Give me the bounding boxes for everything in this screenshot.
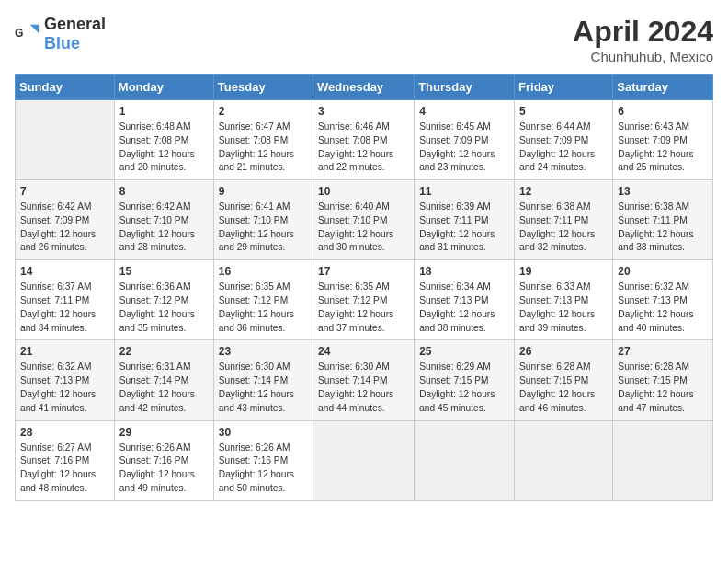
day-info: Sunrise: 6:44 AMSunset: 7:09 PMDaylight:… xyxy=(519,121,608,175)
day-number: 27 xyxy=(618,345,708,358)
day-info: Sunrise: 6:47 AMSunset: 7:08 PMDaylight:… xyxy=(219,121,308,175)
day-number: 13 xyxy=(618,185,708,198)
day-cell: 12Sunrise: 6:38 AMSunset: 7:11 PMDayligh… xyxy=(515,180,613,260)
day-cell: 9Sunrise: 6:41 AMSunset: 7:10 PMDaylight… xyxy=(213,180,313,260)
location-subtitle: Chunhuhub, Mexico xyxy=(573,49,713,64)
day-info: Sunrise: 6:36 AMSunset: 7:12 PMDaylight:… xyxy=(119,281,209,335)
day-cell: 2Sunrise: 6:47 AMSunset: 7:08 PMDaylight… xyxy=(213,100,313,180)
week-row-3: 14Sunrise: 6:37 AMSunset: 7:11 PMDayligh… xyxy=(16,260,713,340)
day-cell: 11Sunrise: 6:39 AMSunset: 7:11 PMDayligh… xyxy=(415,180,515,260)
day-cell: 26Sunrise: 6:28 AMSunset: 7:15 PMDayligh… xyxy=(515,340,613,420)
day-cell: 20Sunrise: 6:32 AMSunset: 7:13 PMDayligh… xyxy=(613,260,713,340)
header-cell-saturday: Saturday xyxy=(613,75,713,100)
day-info: Sunrise: 6:43 AMSunset: 7:09 PMDaylight:… xyxy=(618,121,708,175)
day-number: 30 xyxy=(219,426,308,439)
day-number: 21 xyxy=(20,345,109,358)
day-cell: 14Sunrise: 6:37 AMSunset: 7:11 PMDayligh… xyxy=(16,260,115,340)
day-cell: 1Sunrise: 6:48 AMSunset: 7:08 PMDaylight… xyxy=(114,100,213,180)
day-cell: 8Sunrise: 6:42 AMSunset: 7:10 PMDaylight… xyxy=(114,180,213,260)
logo-blue: Blue xyxy=(44,34,80,52)
logo-general: General xyxy=(44,15,106,33)
header-cell-thursday: Thursday xyxy=(415,75,515,100)
day-info: Sunrise: 6:41 AMSunset: 7:10 PMDaylight:… xyxy=(219,201,308,255)
day-number: 26 xyxy=(519,345,608,358)
day-number: 9 xyxy=(219,185,308,198)
day-cell xyxy=(415,420,515,500)
header-row: SundayMondayTuesdayWednesdayThursdayFrid… xyxy=(16,75,713,100)
day-cell: 19Sunrise: 6:33 AMSunset: 7:13 PMDayligh… xyxy=(515,260,613,340)
day-number: 8 xyxy=(119,185,209,198)
day-info: Sunrise: 6:39 AMSunset: 7:11 PMDaylight:… xyxy=(419,201,509,255)
day-cell: 13Sunrise: 6:38 AMSunset: 7:11 PMDayligh… xyxy=(613,180,713,260)
day-info: Sunrise: 6:28 AMSunset: 7:15 PMDaylight:… xyxy=(618,361,708,415)
day-info: Sunrise: 6:26 AMSunset: 7:16 PMDaylight:… xyxy=(219,442,308,496)
day-info: Sunrise: 6:48 AMSunset: 7:08 PMDaylight:… xyxy=(119,121,209,175)
day-number: 3 xyxy=(318,105,409,118)
day-number: 5 xyxy=(519,105,608,118)
day-cell: 18Sunrise: 6:34 AMSunset: 7:13 PMDayligh… xyxy=(415,260,515,340)
page-header: G General Blue April 2024 Chunhuhub, Mex… xyxy=(15,15,713,64)
day-cell: 29Sunrise: 6:26 AMSunset: 7:16 PMDayligh… xyxy=(114,420,213,500)
day-cell: 22Sunrise: 6:31 AMSunset: 7:14 PMDayligh… xyxy=(114,340,213,420)
day-info: Sunrise: 6:26 AMSunset: 7:16 PMDaylight:… xyxy=(119,442,209,496)
day-info: Sunrise: 6:42 AMSunset: 7:09 PMDaylight:… xyxy=(20,201,109,255)
logo-icon: G xyxy=(15,21,40,47)
day-number: 6 xyxy=(618,105,708,118)
day-info: Sunrise: 6:38 AMSunset: 7:11 PMDaylight:… xyxy=(519,201,608,255)
day-cell: 16Sunrise: 6:35 AMSunset: 7:12 PMDayligh… xyxy=(213,260,313,340)
day-cell: 5Sunrise: 6:44 AMSunset: 7:09 PMDaylight… xyxy=(515,100,613,180)
day-info: Sunrise: 6:30 AMSunset: 7:14 PMDaylight:… xyxy=(219,361,308,415)
header-cell-friday: Friday xyxy=(515,75,613,100)
day-cell: 7Sunrise: 6:42 AMSunset: 7:09 PMDaylight… xyxy=(16,180,115,260)
day-cell: 30Sunrise: 6:26 AMSunset: 7:16 PMDayligh… xyxy=(213,420,313,500)
day-info: Sunrise: 6:46 AMSunset: 7:08 PMDaylight:… xyxy=(318,121,409,175)
week-row-2: 7Sunrise: 6:42 AMSunset: 7:09 PMDaylight… xyxy=(16,180,713,260)
day-number: 12 xyxy=(519,185,608,198)
header-cell-sunday: Sunday xyxy=(16,75,115,100)
day-number: 22 xyxy=(119,345,209,358)
day-cell: 17Sunrise: 6:35 AMSunset: 7:12 PMDayligh… xyxy=(313,260,415,340)
day-info: Sunrise: 6:35 AMSunset: 7:12 PMDaylight:… xyxy=(318,281,409,335)
day-number: 16 xyxy=(219,265,308,278)
header-cell-wednesday: Wednesday xyxy=(313,75,415,100)
week-row-1: 1Sunrise: 6:48 AMSunset: 7:08 PMDaylight… xyxy=(16,100,713,180)
day-number: 20 xyxy=(618,265,708,278)
day-cell: 10Sunrise: 6:40 AMSunset: 7:10 PMDayligh… xyxy=(313,180,415,260)
day-cell: 28Sunrise: 6:27 AMSunset: 7:16 PMDayligh… xyxy=(16,420,115,500)
header-cell-monday: Monday xyxy=(114,75,213,100)
week-row-4: 21Sunrise: 6:32 AMSunset: 7:13 PMDayligh… xyxy=(16,340,713,420)
day-info: Sunrise: 6:37 AMSunset: 7:11 PMDaylight:… xyxy=(20,281,109,335)
day-info: Sunrise: 6:27 AMSunset: 7:16 PMDaylight:… xyxy=(20,442,109,496)
day-info: Sunrise: 6:29 AMSunset: 7:15 PMDaylight:… xyxy=(419,361,509,415)
day-number: 25 xyxy=(419,345,509,358)
day-cell xyxy=(613,420,713,500)
day-info: Sunrise: 6:38 AMSunset: 7:11 PMDaylight:… xyxy=(618,201,708,255)
day-info: Sunrise: 6:35 AMSunset: 7:12 PMDaylight:… xyxy=(219,281,308,335)
header-cell-tuesday: Tuesday xyxy=(213,75,313,100)
day-info: Sunrise: 6:32 AMSunset: 7:13 PMDaylight:… xyxy=(20,361,109,415)
day-number: 7 xyxy=(20,185,109,198)
day-cell: 15Sunrise: 6:36 AMSunset: 7:12 PMDayligh… xyxy=(114,260,213,340)
logo: G General Blue xyxy=(15,15,106,53)
day-number: 17 xyxy=(318,265,409,278)
calendar-header: SundayMondayTuesdayWednesdayThursdayFrid… xyxy=(16,75,713,100)
month-year-title: April 2024 xyxy=(573,15,713,49)
day-info: Sunrise: 6:31 AMSunset: 7:14 PMDaylight:… xyxy=(119,361,209,415)
day-cell xyxy=(313,420,415,500)
day-cell xyxy=(515,420,613,500)
day-number: 14 xyxy=(20,265,109,278)
calendar-body: 1Sunrise: 6:48 AMSunset: 7:08 PMDaylight… xyxy=(16,100,713,501)
day-number: 11 xyxy=(419,185,509,198)
calendar-table: SundayMondayTuesdayWednesdayThursdayFrid… xyxy=(15,74,713,501)
day-number: 23 xyxy=(219,345,308,358)
day-cell: 6Sunrise: 6:43 AMSunset: 7:09 PMDaylight… xyxy=(613,100,713,180)
day-cell: 24Sunrise: 6:30 AMSunset: 7:14 PMDayligh… xyxy=(313,340,415,420)
day-cell: 3Sunrise: 6:46 AMSunset: 7:08 PMDaylight… xyxy=(313,100,415,180)
day-number: 29 xyxy=(119,426,209,439)
day-number: 15 xyxy=(119,265,209,278)
day-number: 1 xyxy=(119,105,209,118)
day-number: 18 xyxy=(419,265,509,278)
day-cell: 4Sunrise: 6:45 AMSunset: 7:09 PMDaylight… xyxy=(415,100,515,180)
day-info: Sunrise: 6:40 AMSunset: 7:10 PMDaylight:… xyxy=(318,201,409,255)
day-number: 2 xyxy=(219,105,308,118)
